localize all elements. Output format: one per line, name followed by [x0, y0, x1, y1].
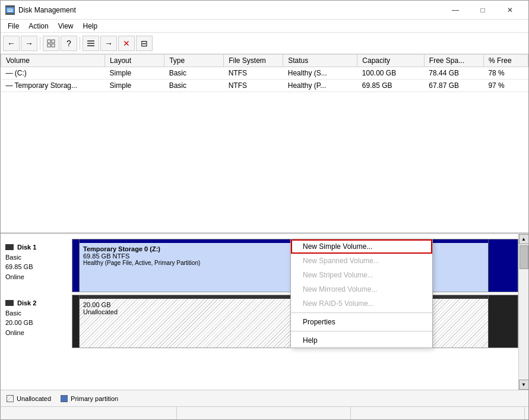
col-type: Type — [164, 55, 224, 67]
cell-fs-1: NTFS — [224, 80, 283, 92]
ctx-separator-1 — [291, 312, 432, 313]
ctx-new-mirrored: New Mirrored Volume... — [291, 282, 432, 296]
svg-rect-3 — [47, 40, 50, 43]
disk-1-row: Disk 1 Basic 69.85 GB Online Temporary S… — [1, 239, 518, 292]
disk-1-boot-flag — [72, 239, 80, 292]
legend-primary: Primary partition — [61, 395, 118, 402]
toolbar-separator-2 — [80, 37, 80, 50]
arrow-button[interactable]: → — [100, 36, 117, 51]
cell-pctFree-0: 78 % — [483, 67, 528, 80]
cell-capacity-0: 100.00 GB — [357, 67, 425, 80]
legend-unallocated: Unallocated — [7, 395, 51, 402]
disk-2-size: 20.00 GB — [5, 318, 67, 328]
cell-type-0: Basic — [164, 67, 224, 80]
list-button[interactable] — [83, 36, 99, 51]
cell-fs-0: NTFS — [224, 67, 283, 80]
ctx-new-simple[interactable]: New Simple Volume... — [291, 239, 432, 254]
maximize-button[interactable]: □ — [469, 1, 496, 20]
col-status: Status — [283, 55, 357, 67]
window-controls: — □ ✕ — [442, 1, 524, 20]
col-volume: Volume — [1, 55, 105, 67]
disk-2-right-flag — [488, 295, 518, 348]
menu-help[interactable]: Help — [78, 21, 103, 31]
scroll-up-arrow[interactable]: ▲ — [519, 234, 529, 244]
minimize-button[interactable]: — — [442, 1, 469, 20]
cell-layout-1: Simple — [105, 80, 164, 92]
disk-1-size: 69.85 GB — [5, 262, 67, 272]
delete-button[interactable]: ✕ — [118, 36, 135, 51]
svg-rect-5 — [47, 44, 50, 47]
menu-file[interactable]: File — [3, 21, 24, 31]
cell-type-1: Basic — [164, 80, 224, 92]
bottom-panel: Disk 1 Basic 69.85 GB Online Temporary S… — [1, 234, 528, 406]
col-pct: % Free — [483, 55, 528, 67]
volume-table-panel: Volume Layout Type File System Status Ca… — [1, 54, 528, 234]
content-area: Volume Layout Type File System Status Ca… — [1, 54, 528, 406]
legend-primary-label: Primary partition — [71, 395, 118, 402]
disk-1-name: Disk 1 — [17, 242, 36, 252]
svg-rect-4 — [52, 40, 55, 43]
show-grid-button[interactable] — [43, 36, 59, 51]
legend-primary-box — [61, 395, 68, 402]
disk-2-label: Disk 2 Basic 20.00 GB Online — [1, 295, 72, 348]
disk-2-left-flag — [72, 295, 80, 348]
scroll-thumb[interactable] — [520, 245, 528, 269]
main-window: Disk Management — □ ✕ File Action View H… — [0, 0, 529, 420]
ctx-new-spanned: New Spanned Volume... — [291, 254, 432, 268]
ctx-help[interactable]: Help — [291, 333, 432, 348]
table-row-0[interactable]: — (C:)SimpleBasicNTFSHealthy (S...100.00… — [1, 67, 528, 80]
ctx-properties[interactable]: Properties — [291, 315, 432, 329]
disk-1-type: Basic — [5, 252, 67, 263]
minus-button[interactable]: ⊟ — [136, 36, 153, 51]
context-menu: New Simple Volume... New Spanned Volume.… — [290, 239, 433, 348]
ctx-new-striped: New Striped Volume... — [291, 268, 432, 282]
legend-unallocated-label: Unallocated — [17, 395, 51, 402]
disk-2-name: Disk 2 — [17, 298, 36, 308]
svg-rect-7 — [87, 40, 94, 42]
scroll-down-arrow[interactable]: ▼ — [519, 380, 529, 390]
close-button[interactable]: ✕ — [496, 1, 524, 20]
cell-volume-1: — Temporary Storag... — [1, 80, 105, 92]
col-capacity: Capacity — [357, 55, 425, 67]
col-fs: File System — [224, 55, 283, 67]
toolbar-separator-1 — [40, 37, 40, 50]
menu-bar: File Action View Help — [1, 20, 528, 33]
menu-view[interactable]: View — [53, 21, 78, 31]
legend-unallocated-box — [7, 395, 14, 402]
table-row-1[interactable]: — Temporary Storag...SimpleBasicNTFSHeal… — [1, 80, 528, 92]
volume-table: Volume Layout Type File System Status Ca… — [1, 54, 528, 92]
cell-pctFree-1: 97 % — [483, 80, 528, 92]
svg-rect-2 — [8, 11, 12, 12]
cell-capacity-1: 69.85 GB — [357, 80, 425, 92]
cell-volume-0: — (C:) — [1, 67, 105, 80]
back-button[interactable]: ← — [3, 36, 20, 51]
legend-bar: Unallocated Primary partition — [1, 390, 528, 406]
svg-rect-6 — [52, 44, 55, 47]
vertical-scrollbar[interactable]: ▲ ▼ — [518, 234, 528, 390]
window-title: Disk Management — [18, 6, 442, 14]
disk-1-icon — [5, 244, 14, 250]
svg-rect-9 — [87, 45, 94, 46]
disk-view[interactable]: Disk 1 Basic 69.85 GB Online Temporary S… — [1, 234, 518, 390]
disk-2-type: Basic — [5, 308, 67, 318]
disk-2-icon — [5, 300, 14, 306]
forward-button[interactable]: → — [21, 36, 37, 51]
table-header-row: Volume Layout Type File System Status Ca… — [1, 55, 528, 67]
disk-2-row: Disk 2 Basic 20.00 GB Online 20.00 GB — [1, 295, 518, 348]
title-bar: Disk Management — □ ✕ — [1, 1, 528, 20]
help-button[interactable]: ? — [61, 36, 77, 51]
disk-1-status: Online — [5, 272, 67, 282]
ctx-separator-2 — [291, 331, 432, 331]
status-bar — [1, 406, 528, 419]
disk-2-status: Online — [5, 328, 67, 338]
toolbar: ← → ? → ✕ ⊟ — [1, 33, 528, 54]
status-segment-2 — [178, 407, 351, 419]
cell-layout-0: Simple — [105, 67, 164, 80]
col-free: Free Spa... — [424, 55, 483, 67]
app-icon — [5, 5, 15, 15]
cell-status-0: Healthy (S... — [283, 67, 357, 80]
cell-status-1: Healthy (P... — [283, 80, 357, 92]
disk-1-label: Disk 1 Basic 69.85 GB Online — [1, 239, 72, 292]
ctx-new-raid5: New RAID-5 Volume... — [291, 296, 432, 311]
menu-action[interactable]: Action — [24, 21, 53, 31]
